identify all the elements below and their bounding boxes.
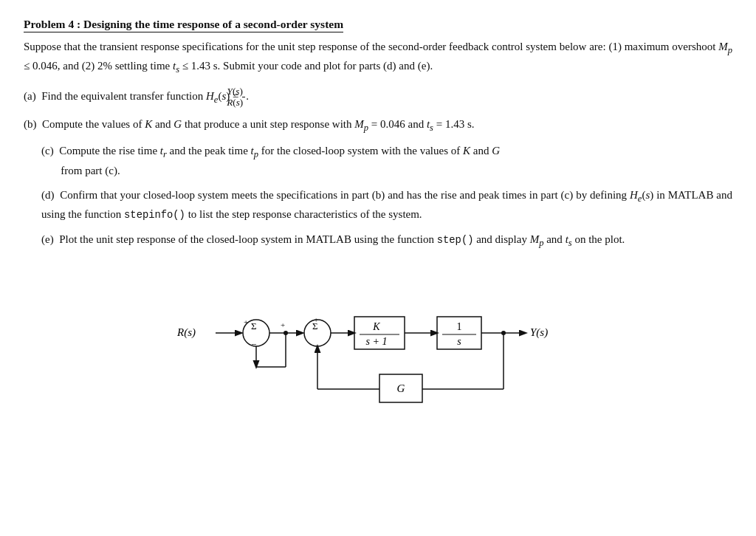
block-diagram: R(s) Σ + − + Σ + − K (171, 271, 585, 419)
part-b: (b) Compute the values of K and G that p… (24, 116, 732, 135)
y-label: Y(s) (530, 326, 548, 339)
svg-text:+: + (281, 320, 285, 329)
svg-text:+: + (244, 317, 248, 326)
part-a: (a) Find the equivalent transfer functio… (24, 86, 732, 109)
part-d: (d) Confirm that your closed-loop system… (24, 187, 732, 224)
part-e: (e) Plot the unit step response of the c… (24, 231, 732, 250)
r-label: R(s) (176, 326, 196, 339)
svg-text:K: K (372, 321, 380, 332)
svg-text:G: G (397, 382, 405, 394)
svg-text:1: 1 (457, 321, 462, 332)
svg-text:−: − (251, 339, 256, 350)
svg-text:Σ: Σ (251, 320, 257, 331)
part-c: (c) Compute the rise time tr and the pea… (24, 142, 732, 179)
svg-text:s: s (457, 336, 461, 347)
svg-text:−: − (312, 340, 317, 351)
intro-paragraph: Suppose that the transient response spec… (24, 38, 732, 78)
problem-title: Problem 4 : Designing the time response … (24, 18, 343, 32)
svg-text:s + 1: s + 1 (366, 336, 388, 347)
svg-text:+: + (314, 315, 318, 324)
block-diagram-container: R(s) Σ + − + Σ + − K (24, 271, 732, 419)
